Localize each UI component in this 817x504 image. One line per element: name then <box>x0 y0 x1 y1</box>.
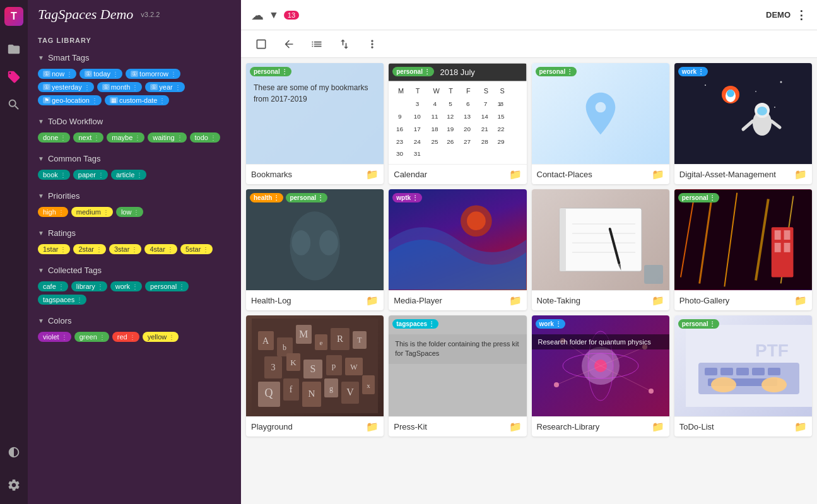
tag-waiting[interactable]: waiting⋮ <box>148 132 186 143</box>
settings-icon[interactable] <box>3 474 25 496</box>
search-icon[interactable] <box>3 93 25 116</box>
tag-5star[interactable]: 5star⋮ <box>180 244 213 254</box>
media-wptk-tag[interactable]: wptk ⋮ <box>392 193 422 202</box>
tag-customdate[interactable]: ▦custom-date⋮ <box>105 95 170 105</box>
tag-tagspaces[interactable]: tagspaces⋮ <box>38 295 86 305</box>
smart-tags-header[interactable]: ▼ Smart Tags <box>28 49 241 66</box>
grid-item-playground[interactable]: A b M e R T 3 K S p W Q f N g <box>246 315 384 437</box>
svg-text:28: 28 <box>481 138 489 145</box>
calendar-personal-tag[interactable]: personal ⋮ <box>392 67 434 76</box>
tag-year[interactable]: ①year⋮ <box>145 82 184 92</box>
cloud-sync-icon[interactable]: ☁ <box>251 8 264 23</box>
svg-rect-75 <box>774 243 780 252</box>
tag-todo[interactable]: todo⋮ <box>190 132 220 143</box>
bookmarks-personal-tag[interactable]: personal ⋮ <box>250 67 291 76</box>
grid-item-digital-asset[interactable]: work ⋮ <box>674 63 812 184</box>
files-icon[interactable] <box>3 38 25 61</box>
common-tags-header[interactable]: ▼ Common Tags <box>28 150 241 167</box>
dropdown-arrow-icon[interactable]: ▼ <box>269 9 279 21</box>
tag-library[interactable]: library⋮ <box>71 281 107 291</box>
health-xray <box>246 189 384 290</box>
ratings-header[interactable]: ▼ Ratings <box>28 225 241 242</box>
tag-yesterday[interactable]: ①yesterday⋮ <box>38 82 94 92</box>
tag-month[interactable]: ①month⋮ <box>97 82 143 92</box>
tag-red[interactable]: red⋮ <box>112 332 139 342</box>
sort-button[interactable] <box>334 34 355 54</box>
tags-icon[interactable] <box>3 66 25 88</box>
tag-cafe[interactable]: cafe⋮ <box>38 281 68 291</box>
list-view-button[interactable] <box>307 34 327 54</box>
collected-tags-header[interactable]: ▼ Collected Tags <box>28 262 241 279</box>
tag-now[interactable]: ①now⋮ <box>38 69 76 79</box>
grid-item-media-player[interactable]: wptk ⋮ Media-Player 📁 <box>389 189 526 310</box>
todo-workflow-header[interactable]: ▼ ToDo Workflow <box>28 113 241 130</box>
tag-geolocation[interactable]: ⚑geo-location⋮ <box>38 95 102 105</box>
todo-personal-tag[interactable]: personal ⋮ <box>678 319 720 329</box>
priorities-header[interactable]: ▼ Priorities <box>28 187 241 204</box>
grid-item-note-taking[interactable]: Note-Taking 📁 <box>532 189 669 310</box>
grid-item-calendar[interactable]: personal ⋮ 2018 July M T W T F S S <box>389 63 526 184</box>
tag-article[interactable]: article⋮ <box>111 170 146 180</box>
svg-text:A: A <box>262 336 269 346</box>
research-work-tag[interactable]: work ⋮ <box>536 319 565 329</box>
photo-personal-tag[interactable]: personal ⋮ <box>678 193 720 202</box>
tag-medium[interactable]: medium⋮ <box>71 207 113 217</box>
svg-rect-112 <box>389 316 526 416</box>
contrast-icon[interactable] <box>3 441 25 464</box>
tag-next[interactable]: next⋮ <box>73 132 103 143</box>
tag-work[interactable]: work⋮ <box>110 281 142 291</box>
grid-item-photo-gallery[interactable]: personal ⋮ <box>674 189 812 310</box>
tag-tomorrow[interactable]: ①tomorrow⋮ <box>126 69 180 79</box>
collected-chevron: ▼ <box>38 267 44 274</box>
logo-button[interactable]: T <box>3 5 25 28</box>
health-personal-tag[interactable]: personal ⋮ <box>286 193 327 202</box>
grid-item-todo-list[interactable]: personal ⋮ <box>674 315 812 437</box>
tag-violet[interactable]: violet⋮ <box>38 332 71 342</box>
tag-maybe[interactable]: maybe⋮ <box>107 132 144 143</box>
grid-item-research-library[interactable]: work ⋮ Research folder for quantum physi… <box>532 315 669 437</box>
press-tagspaces-tag[interactable]: tagspaces ⋮ <box>392 319 438 329</box>
tag-paper[interactable]: paper⋮ <box>73 170 108 180</box>
ratings-tags-group: 1star⋮ 2star⋮ 3star⋮ 4star⋮ 5star⋮ <box>28 242 241 259</box>
tag-2star[interactable]: 2star⋮ <box>73 244 105 254</box>
contact-personal-tag[interactable]: personal ⋮ <box>536 67 577 76</box>
media-tags: wptk ⋮ <box>392 193 422 202</box>
tag-done[interactable]: done⋮ <box>38 132 70 143</box>
ratings-title: Ratings <box>48 228 76 238</box>
tag-3star[interactable]: 3star⋮ <box>109 244 141 254</box>
health-health-tag[interactable]: health ⋮ <box>250 193 283 202</box>
svg-point-129 <box>554 382 559 387</box>
grid-item-health-log[interactable]: health ⋮ personal ⋮ Folder structure sho… <box>246 189 384 310</box>
tag-high[interactable]: high⋮ <box>38 207 68 217</box>
tag-book[interactable]: book⋮ <box>38 170 70 180</box>
select-all-button[interactable] <box>251 34 271 54</box>
grid-item-contact-places[interactable]: personal ⋮ Contact-Places 📁 <box>532 63 669 184</box>
digital-work-tag[interactable]: work ⋮ <box>678 67 708 76</box>
tag-low[interactable]: low⋮ <box>116 207 144 217</box>
svg-text:3: 3 <box>271 363 276 372</box>
tag-yellow[interactable]: yellow⋮ <box>143 332 179 342</box>
back-button[interactable] <box>279 34 299 54</box>
tag-1star[interactable]: 1star⋮ <box>38 244 70 254</box>
tag-green[interactable]: green⋮ <box>74 332 109 342</box>
svg-text:18: 18 <box>432 126 439 132</box>
grid-item-press-kit[interactable]: tagspaces ⋮ This is the folder containin… <box>389 315 526 437</box>
svg-text:17: 17 <box>414 126 421 132</box>
svg-text:Q: Q <box>265 387 273 399</box>
more-options-button[interactable] <box>362 34 382 54</box>
photo-tags: personal ⋮ <box>678 193 720 202</box>
main-content: ☁ ▼ 13 DEMO ⋮ <box>241 0 817 504</box>
tag-today[interactable]: ①today⋮ <box>79 69 122 79</box>
svg-text:6: 6 <box>466 100 470 107</box>
colors-header[interactable]: ▼ Colors <box>28 312 241 329</box>
svg-text:F: F <box>466 87 471 95</box>
tag-personal[interactable]: personal⋮ <box>145 281 189 291</box>
tag-4star[interactable]: 4star⋮ <box>144 244 177 254</box>
user-menu-icon[interactable]: ⋮ <box>796 8 807 22</box>
icon-sidebar: T <box>0 0 28 504</box>
calendar-folder-icon: 📁 <box>509 168 522 180</box>
svg-rect-135 <box>736 368 749 375</box>
svg-text:f: f <box>290 385 293 394</box>
grid-item-bookmarks[interactable]: personal ⋮ These are some of my bookmark… <box>246 63 384 184</box>
common-tags-section: ▼ Common Tags book⋮ paper⋮ article⋮ <box>28 150 241 185</box>
